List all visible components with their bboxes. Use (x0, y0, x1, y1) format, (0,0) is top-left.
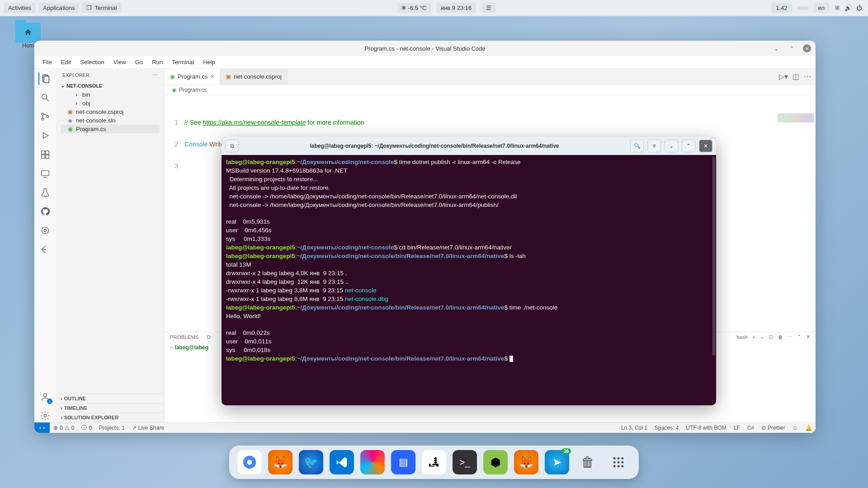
dock-chromium[interactable] (237, 450, 262, 474)
problems-tab[interactable]: PROBLEMS (170, 334, 199, 340)
tree-file-program[interactable]: ◉Program.cs (61, 125, 160, 133)
explorer-icon[interactable] (38, 72, 51, 85)
tab-close-icon[interactable]: ✕ (210, 74, 214, 80)
timeline-section[interactable]: ›TIMELINE (56, 403, 164, 413)
cursor-position[interactable]: Ln 3, Col 1 (618, 425, 651, 431)
notifications-icon[interactable]: 🔔 (802, 425, 816, 431)
dock-photos[interactable]: 🏞 (422, 450, 446, 474)
terminal-titlebar[interactable]: ⧉ labeg@labeg-orangepi5: ~/Документы/cod… (222, 137, 716, 155)
activities-button[interactable]: Activities (4, 3, 36, 13)
menu-go[interactable]: Go (131, 59, 147, 66)
github-icon[interactable] (39, 205, 52, 218)
language-mode[interactable]: C# (744, 425, 758, 431)
notifications-button[interactable]: ☰ (481, 3, 496, 13)
split-terminal-icon[interactable]: ◫ (769, 334, 773, 340)
search-icon[interactable] (39, 91, 52, 104)
accounts-icon[interactable]: 1 (39, 390, 52, 403)
tab-csproj[interactable]: ▣net-console.csproj (220, 69, 288, 84)
tree-file-sln[interactable]: ◈net-console.sln (61, 116, 160, 125)
kill-terminal-icon[interactable]: 🗑 (778, 334, 783, 340)
messages-count[interactable]: ⓘ 0 (78, 424, 95, 432)
outline-section[interactable]: ›OUTLINE (56, 394, 164, 403)
terminal-more-icon[interactable]: ⋯ (788, 334, 793, 340)
tree-file-csproj[interactable]: ▣net-console.csproj (61, 108, 160, 116)
extensions-icon[interactable] (39, 148, 52, 161)
remote-explorer-icon[interactable] (39, 167, 52, 180)
terminal-shell-label[interactable]: bash (736, 334, 748, 340)
dock-bleachbit[interactable]: ⬢ (483, 450, 508, 474)
test-icon[interactable] (39, 186, 52, 199)
eol[interactable]: LF (730, 425, 744, 431)
encoding[interactable]: UTF-8 with BOM (682, 425, 730, 431)
project-header[interactable]: ⌄NET-CONSOLE (56, 81, 164, 90)
run-debug-icon[interactable] (39, 129, 52, 142)
prettier-status[interactable]: ⊘ Prettier (758, 425, 789, 431)
dock-trash[interactable]: 🗑 (576, 450, 600, 474)
weather-indicator[interactable]: ❄-6,5 °C (397, 3, 431, 13)
output-tab[interactable]: O (207, 334, 211, 340)
terminal-body[interactable]: labeg@labeg-orangepi5:~/Документы/coding… (222, 155, 716, 405)
settings-gear-icon[interactable] (39, 409, 52, 422)
tab-program-cs[interactable]: ◉Program.cs✕ (165, 69, 220, 84)
dock-telegram[interactable]: ➤16 (545, 450, 569, 474)
breadcrumb[interactable]: ◉Program.cs (165, 85, 816, 95)
terminal-close-icon[interactable]: ✕ (699, 140, 712, 152)
split-editor-icon[interactable]: ◫ (793, 72, 799, 81)
dock-krita[interactable] (360, 450, 385, 474)
dock-apps-grid[interactable] (606, 450, 631, 474)
applications-button[interactable]: Applications (38, 3, 79, 13)
menu-run[interactable]: Run (147, 59, 167, 66)
menu-edit[interactable]: Edit (57, 59, 75, 66)
menu-view[interactable]: View (109, 59, 131, 66)
vscode-titlebar[interactable]: Program.cs - net-console - Visual Studio… (34, 41, 816, 56)
close-panel-icon[interactable]: ✕ (806, 334, 810, 340)
volume-icon[interactable]: 🔊 (844, 4, 852, 12)
new-terminal-icon[interactable]: + (752, 334, 755, 340)
run-button[interactable]: ▷▾ (779, 72, 788, 81)
liveshare-icon[interactable] (39, 243, 52, 256)
terminal-search-icon[interactable]: 🔍 (630, 140, 644, 152)
terminal-menu-icon[interactable]: ≡ (647, 140, 661, 152)
terminal-maximize-icon[interactable]: ⌃ (682, 140, 695, 152)
power-icon[interactable]: ⏻ (855, 4, 863, 12)
maximize-icon[interactable]: ⌃ (788, 44, 796, 52)
terminal-minimize-icon[interactable]: ⌄ (665, 140, 678, 152)
errors-count[interactable]: ⊗ 0 ⚠ 0 (50, 425, 78, 431)
close-icon[interactable]: ✕ (803, 44, 811, 52)
new-tab-button[interactable]: ⧉ (225, 140, 239, 152)
solution-section[interactable]: ›SOLUTION EXPLORER (56, 413, 164, 422)
menu-help[interactable]: Help (198, 59, 220, 66)
menu-file[interactable]: File (38, 59, 57, 66)
explorer-more-icon[interactable]: ⋯ (153, 72, 158, 78)
system-load[interactable]: 1.42 (771, 3, 792, 13)
liveshare-status[interactable]: ↗ Live Share (128, 425, 168, 431)
dock-thunderbird[interactable]: 🐦 (299, 450, 323, 474)
indentation[interactable]: Spaces: 4 (651, 425, 682, 431)
tree-folder-bin[interactable]: ›bin (61, 90, 160, 99)
dock-vscode[interactable] (330, 450, 354, 474)
focused-app-button[interactable]: ❐Terminal (82, 3, 121, 13)
feedback-icon[interactable]: ☺ (789, 425, 802, 431)
dock-firefox-2[interactable]: 🦊 (514, 450, 538, 474)
color-indicator[interactable] (797, 6, 808, 10)
editor-more-icon[interactable]: ⋯ (804, 72, 811, 81)
dock-firefox[interactable]: 🦊 (268, 450, 292, 474)
minimap[interactable] (778, 113, 814, 122)
remote-indicator[interactable] (34, 422, 50, 433)
gitlens-icon[interactable] (39, 224, 52, 237)
dock-notes[interactable]: ▤ (391, 450, 415, 474)
tree-folder-obj[interactable]: ›obj (61, 99, 160, 108)
clock-indicator[interactable]: янв 9 23:16 (436, 3, 476, 13)
svg-rect-8 (42, 155, 45, 158)
menu-terminal[interactable]: Terminal (167, 59, 198, 66)
dock-terminal[interactable]: >_ (453, 450, 477, 474)
minimize-icon[interactable]: ⌄ (772, 44, 780, 52)
source-control-icon[interactable] (39, 110, 52, 123)
terminal-dropdown-icon[interactable]: ⌄ (760, 334, 764, 340)
shield-icon[interactable]: ⛨ (833, 4, 841, 12)
terminal-scrollbar[interactable] (712, 157, 715, 356)
maximize-panel-icon[interactable]: ⌃ (797, 334, 801, 340)
projects-count[interactable]: Projects: 1 (95, 425, 128, 431)
menu-selection[interactable]: Selection (75, 59, 108, 66)
keyboard-layout[interactable]: en (814, 3, 829, 13)
